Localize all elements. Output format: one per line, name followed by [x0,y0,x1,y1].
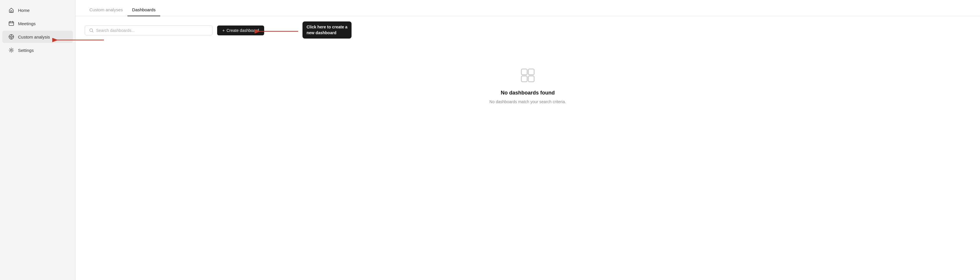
home-icon [8,7,14,13]
tabs-bar: Custom analyses Dashboards [75,0,980,16]
svg-rect-11 [528,69,534,75]
empty-subtitle: No dashboards match your search criteria… [489,100,566,104]
svg-rect-1 [9,22,14,25]
search-box[interactable] [85,25,213,35]
svg-rect-0 [11,11,12,13]
create-button-arrow [253,25,299,37]
main-content: Custom analyses Dashboards + Create dash… [75,0,980,280]
sidebar: Home Meetings Custom analysis [0,0,75,280]
search-input[interactable] [96,28,208,33]
settings-icon [8,47,14,53]
sidebar-item-settings-label: Settings [18,48,34,53]
meetings-icon [8,20,14,27]
sidebar-item-custom-analysis[interactable]: Custom analysis [2,31,73,43]
sidebar-item-meetings-label: Meetings [18,21,36,26]
empty-state: No dashboards found No dashboards match … [85,49,971,122]
custom-analysis-icon [8,34,14,40]
content-area: + Create dashboard Click here to create … [75,16,980,280]
empty-title: No dashboards found [501,90,555,96]
dashboards-empty-icon [519,66,536,84]
tooltip-line2: new dashboard [307,30,336,35]
sidebar-item-custom-analysis-label: Custom analysis [18,35,50,40]
svg-point-3 [10,36,12,38]
svg-rect-12 [521,76,527,82]
sidebar-item-meetings[interactable]: Meetings [2,17,73,30]
tab-dashboards[interactable]: Dashboards [127,4,160,16]
search-icon [89,28,94,33]
svg-point-6 [10,49,12,51]
tooltip-bubble: Click here to create a new dashboard [302,21,352,38]
tooltip-line1: Click here to create a [307,25,347,29]
tab-custom-analyses[interactable]: Custom analyses [85,4,127,16]
svg-rect-10 [521,69,527,75]
sidebar-item-settings[interactable]: Settings [2,44,73,56]
sidebar-item-home[interactable]: Home [2,4,73,16]
sidebar-item-home-label: Home [18,8,30,13]
search-create-row: + Create dashboard Click here to create … [85,25,971,35]
svg-rect-13 [528,76,534,82]
plus-icon: + [222,28,225,33]
